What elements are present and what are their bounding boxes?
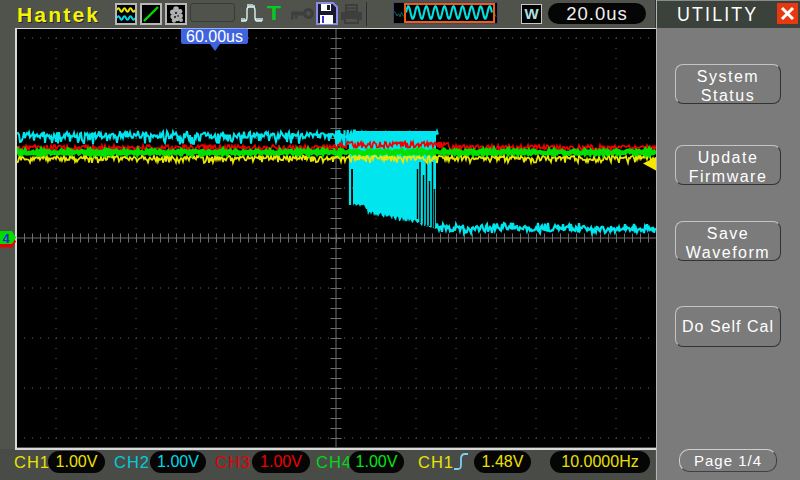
- svg-text:4: 4: [3, 231, 11, 246]
